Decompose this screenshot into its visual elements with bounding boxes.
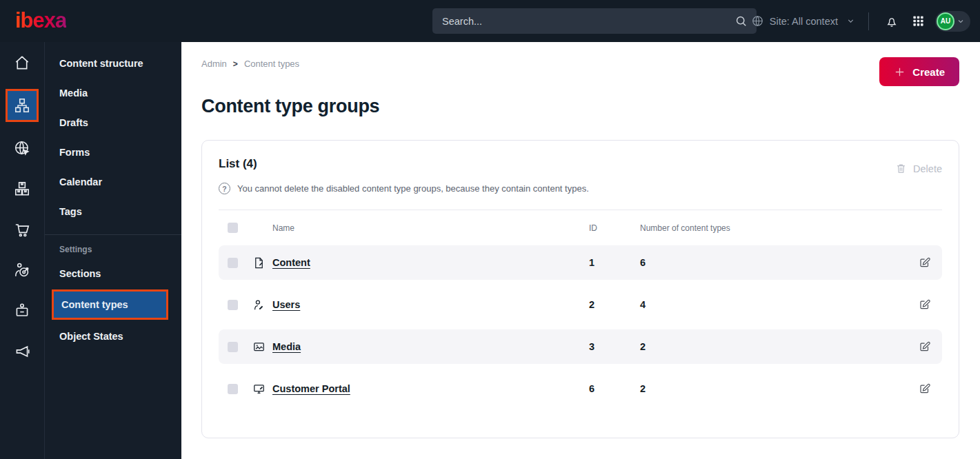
site-context-label: Site: All context xyxy=(770,16,838,27)
avatar[interactable]: AU xyxy=(937,12,954,30)
table-row: Users 2 4 xyxy=(219,287,942,322)
group-count: 2 xyxy=(640,383,903,394)
hint-row: ? You cannot delete the disabled content… xyxy=(219,183,942,194)
home-icon[interactable] xyxy=(13,54,31,72)
icon-rail xyxy=(0,42,44,459)
create-button-label: Create xyxy=(912,66,945,78)
group-count: 6 xyxy=(640,257,903,268)
breadcrumb: Admin > Content types xyxy=(201,59,299,69)
search-icon[interactable] xyxy=(734,14,748,28)
group-link[interactable]: Customer Portal xyxy=(272,383,589,394)
edit-icon[interactable] xyxy=(919,382,931,395)
site-globe-icon[interactable] xyxy=(13,139,31,157)
group-id: 3 xyxy=(589,341,640,352)
edit-icon[interactable] xyxy=(919,256,931,269)
sidebar-item-tags[interactable]: Tags xyxy=(45,196,181,226)
sidebar-item-content-structure[interactable]: Content structure xyxy=(45,48,181,78)
megaphone-icon[interactable] xyxy=(13,343,31,360)
column-count: Number of content types xyxy=(640,223,903,233)
group-count: 2 xyxy=(640,341,903,352)
content-structure-icon[interactable] xyxy=(13,96,31,114)
products-icon[interactable] xyxy=(13,180,31,198)
chevron-down-icon xyxy=(957,17,965,26)
personalization-icon[interactable] xyxy=(13,261,31,279)
group-link[interactable]: Media xyxy=(272,341,589,352)
sidebar-item-object-states[interactable]: Object States xyxy=(45,321,181,351)
sidebar-item-forms[interactable]: Forms xyxy=(45,137,181,167)
group-id: 6 xyxy=(589,383,640,394)
global-search[interactable] xyxy=(432,8,757,34)
select-all-checkbox[interactable] xyxy=(228,223,238,233)
group-id: 2 xyxy=(589,299,640,310)
group-link[interactable]: Users xyxy=(272,299,589,310)
table-header: Name ID Number of content types xyxy=(219,210,942,245)
admin-badge-icon[interactable] xyxy=(13,302,31,320)
row-checkbox[interactable] xyxy=(228,342,238,352)
sidebar-menu: Content structure Media Drafts Forms Cal… xyxy=(44,42,181,459)
column-id: ID xyxy=(589,223,640,233)
table-row: Customer Portal 6 2 xyxy=(219,371,942,406)
column-name: Name xyxy=(272,223,589,233)
main-content: Admin > Content types Create Content typ… xyxy=(181,42,980,459)
create-button[interactable]: Create xyxy=(879,57,959,86)
image-icon xyxy=(252,340,272,354)
settings-group-label: Settings xyxy=(45,235,181,258)
row-checkbox[interactable] xyxy=(228,384,238,394)
file-icon xyxy=(252,256,272,269)
globe-icon xyxy=(751,14,764,28)
user-icon xyxy=(252,298,272,312)
cart-icon[interactable] xyxy=(13,221,31,238)
bell-icon[interactable] xyxy=(882,12,901,31)
delete-button-label: Delete xyxy=(913,163,942,174)
sidebar-item-calendar[interactable]: Calendar xyxy=(45,167,181,196)
table-row: Media 3 2 xyxy=(219,329,942,364)
group-count: 4 xyxy=(640,299,903,310)
group-link[interactable]: Content xyxy=(272,257,589,268)
group-id: 1 xyxy=(589,257,640,268)
topbar-divider xyxy=(868,12,869,30)
trash-icon xyxy=(895,163,907,174)
search-input[interactable] xyxy=(432,16,734,27)
topbar: ibexa Site: All context AU xyxy=(0,0,980,42)
delete-button[interactable]: Delete xyxy=(895,157,942,174)
row-checkbox[interactable] xyxy=(228,300,238,310)
site-context-selector[interactable]: Site: All context xyxy=(751,14,855,28)
content-type-groups-card: List (4) Delete ? You cannot delete the … xyxy=(201,140,959,438)
content-structure-highlight-box xyxy=(6,89,39,122)
sidebar-item-content-types[interactable]: Content types xyxy=(52,289,168,320)
list-title: List (4) xyxy=(219,157,257,171)
chevron-down-icon xyxy=(846,17,855,26)
breadcrumb-content-types: Content types xyxy=(244,59,299,69)
edit-icon[interactable] xyxy=(919,298,931,311)
edit-icon[interactable] xyxy=(919,340,931,353)
sidebar-item-sections[interactable]: Sections xyxy=(45,258,181,288)
help-icon: ? xyxy=(219,183,230,194)
breadcrumb-separator: > xyxy=(233,59,238,69)
ibexa-logo: ibexa xyxy=(15,8,66,33)
hint-text: You cannot delete the disabled content t… xyxy=(237,183,589,194)
page-title: Content type groups xyxy=(201,96,379,117)
app-grid-icon[interactable] xyxy=(909,12,928,30)
sidebar-item-drafts[interactable]: Drafts xyxy=(45,108,181,137)
breadcrumb-admin[interactable]: Admin xyxy=(201,59,227,69)
row-checkbox[interactable] xyxy=(228,258,238,268)
plus-icon xyxy=(894,66,906,78)
sidebar-item-media[interactable]: Media xyxy=(45,78,181,108)
user-menu[interactable]: AU xyxy=(935,11,970,32)
table-row: Content 1 6 xyxy=(219,245,942,280)
monitor-icon xyxy=(252,382,272,396)
